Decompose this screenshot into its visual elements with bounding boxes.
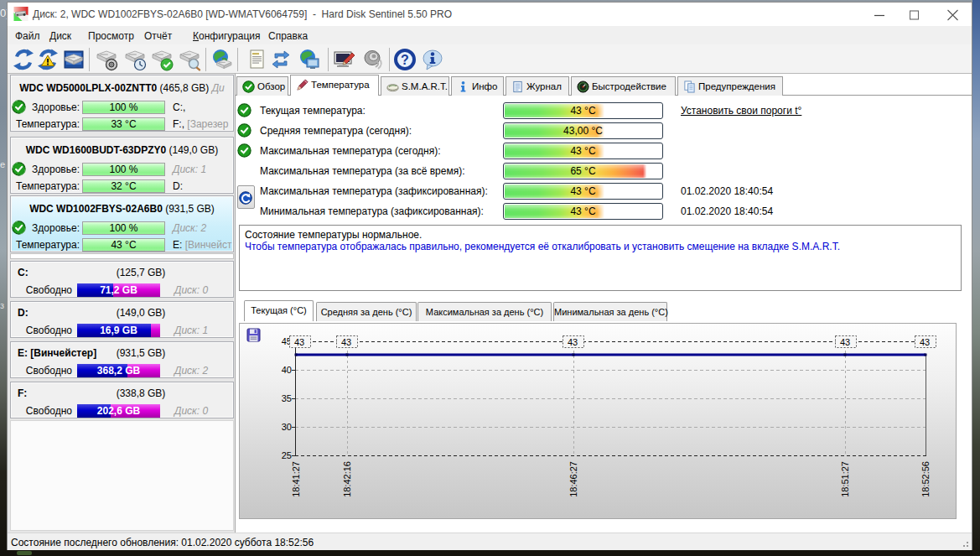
svg-text:43: 43 <box>568 337 578 347</box>
svg-text:30: 30 <box>282 422 292 432</box>
svg-text:25: 25 <box>282 450 292 460</box>
svg-text:18:42:16: 18:42:16 <box>342 461 352 497</box>
svg-text:18:51:27: 18:51:27 <box>840 461 850 497</box>
svg-text:18:41:27: 18:41:27 <box>291 461 301 497</box>
svg-text:43: 43 <box>294 337 304 347</box>
svg-text:43: 43 <box>840 337 850 347</box>
svg-text:43: 43 <box>920 337 930 347</box>
svg-text:40: 40 <box>282 365 292 375</box>
svg-text:35: 35 <box>282 393 292 403</box>
svg-text:?: ? <box>401 53 409 67</box>
svg-text:43: 43 <box>341 337 351 347</box>
svg-text:18:52:56: 18:52:56 <box>920 461 931 497</box>
svg-text:18:46:27: 18:46:27 <box>568 461 578 497</box>
